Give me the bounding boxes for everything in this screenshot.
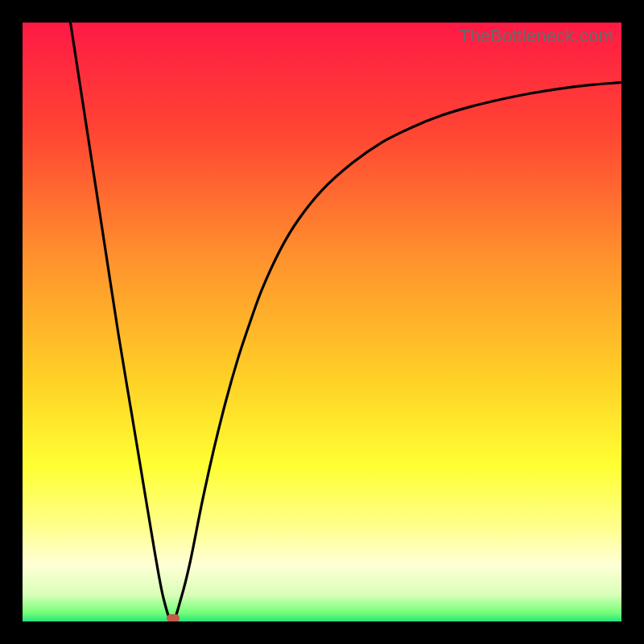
watermark-text: TheBottleneck.com [459,26,613,47]
plot-area: TheBottleneck.com [23,23,621,621]
optimum-marker [167,614,180,621]
chart-frame: TheBottleneck.com [0,0,644,644]
bottleneck-curve [23,23,621,621]
